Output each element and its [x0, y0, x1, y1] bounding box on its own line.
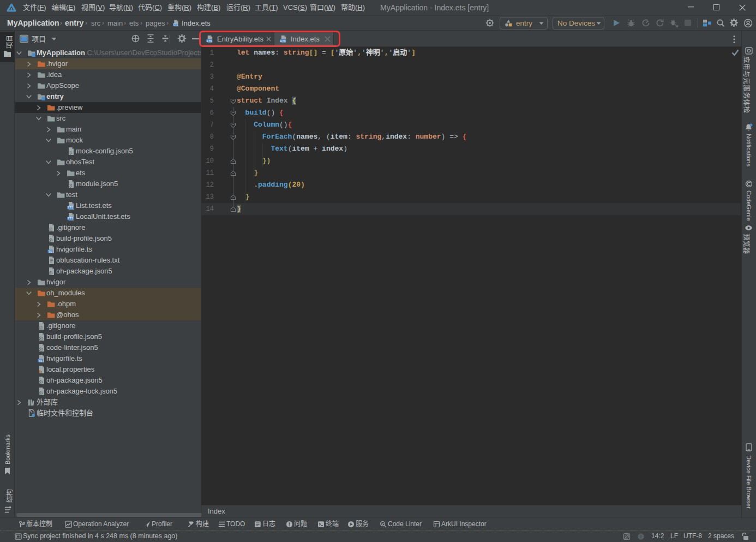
svg-text:TS: TS	[38, 359, 42, 362]
svg-text:ETS: ETS	[68, 217, 74, 220]
svg-text:ETS: ETS	[68, 206, 74, 209]
svg-text:TS: TS	[48, 250, 52, 253]
svg-text:ETS: ETS	[173, 23, 178, 26]
